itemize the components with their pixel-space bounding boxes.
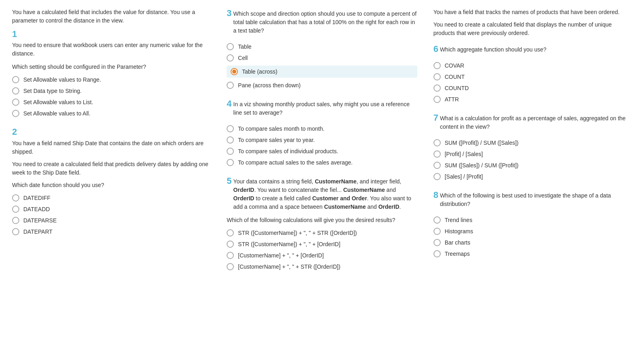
q5-intro: Your data contains a string field, Custo… [233,177,417,211]
page: You have a calculated field that include… [0,0,644,288]
q4-option-3[interactable]: To compare sales of individual products. [227,148,417,155]
q2-intro2: You need to create a calculated field th… [12,160,211,177]
q3-radio-2[interactable] [227,54,234,62]
q4-label-3: To compare sales of individual products. [238,148,338,154]
q7-options: SUM ([Profit]) / SUM ([Sales]) [Profit] … [433,139,632,180]
q1-option-1[interactable]: Set Allowable values to Range. [12,76,211,83]
q7-option-4[interactable]: [Sales] / [Profit] [433,173,632,180]
q1-number: 1 [12,29,211,39]
q8-label-4: Treemaps [445,251,470,257]
q7-label-2: [Profit] / [Sales] [445,151,483,157]
q2-radio-3[interactable] [12,217,19,224]
q5-option-4[interactable]: [CustomerName] + ", " + STR ([OrderID]) [227,263,417,270]
q6-radio-2[interactable] [433,73,441,80]
q3-option-4[interactable]: Pane (across then down) [227,82,417,89]
q8-option-4[interactable]: Treemaps [433,250,632,257]
q8-radio-4[interactable] [433,250,441,257]
q6-label-2: COUNT [445,74,465,80]
q6-options: COVAR COUNT COUNTD ATTR [433,62,632,103]
q1-radio-3[interactable] [12,99,19,106]
q6-radio-1[interactable] [433,62,441,69]
q4-text: In a viz showing monthly product sales, … [233,100,417,117]
q3-radio-3[interactable] [231,68,238,75]
q3-option-1[interactable]: Table [227,43,417,50]
q3-number: 3 [227,8,231,19]
q2-radio-2[interactable] [12,206,19,213]
q6-option-3[interactable]: COUNTD [433,84,632,92]
q2-option-1[interactable]: DATEDIFF [12,194,211,202]
q3-radio-1[interactable] [227,43,234,50]
q6-option-2[interactable]: COUNT [433,73,632,80]
q4-label-4: To compare actual sales to the sales ave… [238,159,353,166]
q5-label-2: STR ([CustomerName]) + ", " + [OrderID] [238,241,340,247]
q6-option-1[interactable]: COVAR [433,62,632,69]
q5-label-4: [CustomerName] + ", " + STR ([OrderID]) [238,263,340,270]
q2-radio-1[interactable] [12,194,19,202]
q7-radio-2[interactable] [433,150,441,158]
q3-text: Which scope and direction option should … [233,10,417,35]
q4-radio-2[interactable] [227,136,234,144]
q3-option-2[interactable]: Cell [227,54,417,62]
q5-option-2[interactable]: STR ([CustomerName]) + ", " + [OrderID] [227,241,417,248]
q2-option-3[interactable]: DATEPARSE [12,217,211,224]
question-2: 2 You have a field named Ship Date that … [12,127,211,235]
q2-options: DATEDIFF DATEADD DATEPARSE DATEPART [12,194,211,235]
q8-radio-1[interactable] [433,216,441,224]
q5-radio-1[interactable] [227,229,234,237]
question-3: 3 Which scope and direction option shoul… [227,8,417,89]
q8-option-2[interactable]: Histograms [433,228,632,235]
q2-label-2: DATEADD [23,206,50,212]
q3-radio-4[interactable] [227,82,234,89]
q8-radio-3[interactable] [433,239,441,246]
q5-option-1[interactable]: STR ([CustomerName]) + ", " + STR ([Orde… [227,229,417,237]
q8-option-3[interactable]: Bar charts [433,239,632,246]
column-3: You have a field that tracks the names o… [425,8,632,280]
q1-intro: You have a calculated field that include… [12,8,211,25]
q4-label-1: To compare sales month to month. [238,125,324,132]
q1-need: You need to ensure that workbook users c… [12,41,211,58]
q2-label-4: DATEPART [23,228,52,235]
q8-option-1[interactable]: Trend lines [433,216,632,224]
q8-number: 8 [433,190,438,200]
q8-radio-2[interactable] [433,228,441,235]
q4-option-1[interactable]: To compare sales month to month. [227,125,417,132]
question-7: 7 What is a calculation for profit as a … [433,113,632,180]
q4-option-4[interactable]: To compare actual sales to the sales ave… [227,159,417,166]
q6-number: 6 [433,44,438,54]
q1-options: Set Allowable values to Range. Set Data … [12,76,211,117]
q1-radio-1[interactable] [12,76,19,83]
q2-option-4[interactable]: DATEPART [12,228,211,235]
q1-label-1: Set Allowable values to Range. [23,76,101,83]
question-5: 5 Your data contains a string field, Cus… [227,176,417,270]
q1-option-3[interactable]: Set Allowable values to List. [12,99,211,106]
q4-option-2[interactable]: To compare sales year to year. [227,136,417,144]
q1-radio-4[interactable] [12,110,19,117]
q7-option-1[interactable]: SUM ([Profit]) / SUM ([Sales]) [433,139,632,146]
q4-radio-1[interactable] [227,125,234,132]
q6-label-3: COUNTD [445,85,469,91]
q1-label-2: Set Data type to String. [23,88,82,94]
q6-radio-4[interactable] [433,96,441,103]
q7-radio-4[interactable] [433,173,441,180]
q7-radio-1[interactable] [433,139,441,146]
q5-radio-4[interactable] [227,263,234,270]
q3-options: Table Cell Table (across) Pane (across t… [227,43,417,89]
q5-option-3[interactable]: [CustomerName] + ", " + [OrderID] [227,252,417,259]
q2-option-2[interactable]: DATEADD [12,206,211,213]
q7-option-2[interactable]: [Profit] / [Sales] [433,150,632,158]
q7-radio-3[interactable] [433,162,441,169]
q5-radio-3[interactable] [227,252,234,259]
q2-radio-4[interactable] [12,228,19,235]
q1-label-4: Set Allowable values to All. [23,110,91,117]
q4-radio-4[interactable] [227,159,234,166]
q7-option-3[interactable]: SUM ([Sales]) / SUM ([Profit]) [433,162,632,169]
q3-option-3[interactable]: Table (across) [227,66,417,78]
q6-radio-3[interactable] [433,84,441,92]
q1-option-2[interactable]: Set Data type to String. [12,87,211,95]
q1-option-4[interactable]: Set Allowable values to All. [12,110,211,117]
q5-radio-2[interactable] [227,241,234,248]
q6-option-4[interactable]: ATTR [433,96,632,103]
q4-radio-3[interactable] [227,148,234,155]
q1-radio-2[interactable] [12,87,19,95]
q2-intro: You have a field named Ship Date that co… [12,139,211,156]
